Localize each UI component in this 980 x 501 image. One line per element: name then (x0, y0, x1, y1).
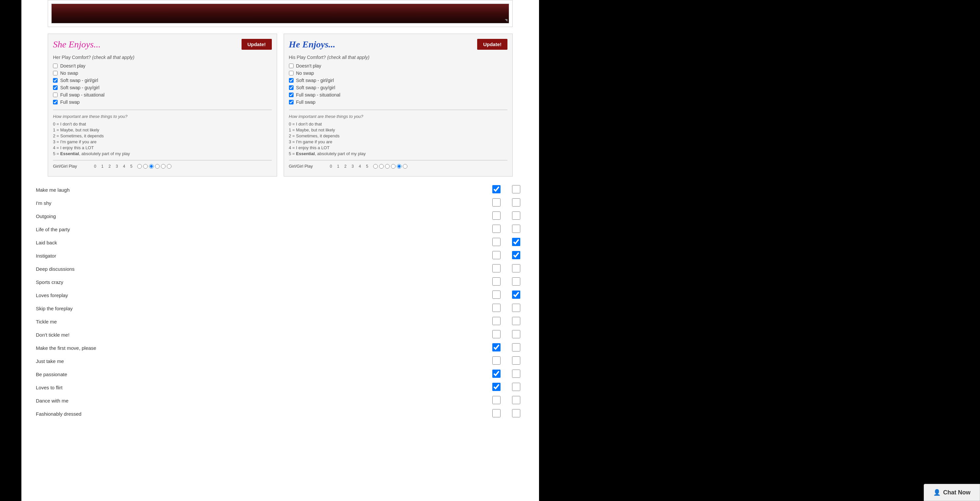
he-divider (289, 110, 508, 110)
him-trait-checkbox-11[interactable] (512, 330, 520, 338)
her-trait-checkbox-10[interactable] (492, 317, 501, 325)
she-soft-swap-guy-checkbox[interactable] (53, 85, 57, 90)
banner-triangle (505, 19, 508, 22)
table-row: Instigator (35, 249, 526, 262)
trait-name-cell: I'm shy (35, 196, 486, 209)
him-checkbox-col (506, 315, 526, 328)
list-item: 5 = Essential, absolutely part of my pla… (289, 151, 508, 156)
he-play-comfort-label: His Play Comfort? (check all that apply) (289, 55, 508, 60)
he-full-swap-checkbox[interactable] (289, 100, 294, 104)
her-checkbox-col (486, 183, 506, 196)
him-trait-checkbox-12[interactable] (512, 343, 520, 351)
right-sidebar (539, 0, 980, 501)
her-trait-checkbox-1[interactable] (492, 198, 501, 206)
she-full-swap-checkbox[interactable] (53, 100, 57, 104)
him-trait-checkbox-7[interactable] (512, 278, 520, 286)
she-doesnt-play-checkbox[interactable] (53, 64, 57, 68)
her-trait-checkbox-9[interactable] (492, 304, 501, 312)
she-gg-radio-0[interactable] (137, 164, 142, 169)
her-trait-checkbox-3[interactable] (492, 225, 501, 233)
table-row: Outgoing (35, 209, 526, 223)
he-full-swap-sit-checkbox[interactable] (289, 93, 294, 97)
trait-name-cell: Loves to flirt (35, 381, 486, 394)
him-checkbox-col (506, 407, 526, 420)
she-gg-radio-5[interactable] (167, 164, 172, 169)
him-trait-checkbox-5[interactable] (512, 251, 520, 259)
her-trait-checkbox-17[interactable] (492, 409, 501, 417)
her-trait-checkbox-0[interactable] (492, 185, 501, 193)
him-trait-checkbox-2[interactable] (512, 211, 520, 220)
he-gg-radio-1[interactable] (379, 164, 384, 169)
rating-num-4: 4 (121, 164, 127, 169)
he-doesnt-play-checkbox[interactable] (289, 64, 294, 68)
her-trait-checkbox-12[interactable] (492, 343, 501, 351)
he-gg-radio-2[interactable] (385, 164, 390, 169)
her-trait-checkbox-7[interactable] (492, 278, 501, 286)
her-trait-checkbox-8[interactable] (492, 290, 501, 299)
she-gg-radio-1[interactable] (143, 164, 148, 169)
he-soft-swap-guy-checkbox[interactable] (289, 85, 294, 90)
him-trait-checkbox-4[interactable] (512, 238, 520, 246)
trait-name-cell: Deep discussions (35, 262, 486, 275)
him-trait-checkbox-13[interactable] (512, 356, 520, 365)
he-soft-swap-gg-checkbox[interactable] (289, 78, 294, 83)
her-checkbox-col (486, 328, 506, 341)
list-item: Full swap (53, 99, 272, 105)
list-item: Full swap (289, 99, 508, 105)
table-row: Just take me (35, 354, 526, 368)
him-trait-checkbox-0[interactable] (512, 185, 520, 193)
her-trait-checkbox-16[interactable] (492, 396, 501, 404)
he-checkbox-list: Doesn't play No swap Soft swap - girl/gi… (289, 63, 508, 105)
him-trait-checkbox-9[interactable] (512, 304, 520, 312)
her-trait-checkbox-14[interactable] (492, 370, 501, 378)
he-enjoys-update-button[interactable]: Update! (477, 39, 508, 50)
she-enjoys-update-button[interactable]: Update! (242, 39, 272, 50)
she-gg-radio-2[interactable] (149, 164, 154, 169)
him-trait-checkbox-8[interactable] (512, 290, 520, 299)
table-row: Loves to flirt (35, 381, 526, 394)
trait-name-cell: Sports crazy (35, 275, 486, 289)
list-item: 0 = I don't do that (289, 121, 508, 126)
her-trait-checkbox-5[interactable] (492, 251, 501, 259)
table-row: Skip the foreplay (35, 302, 526, 315)
her-trait-checkbox-2[interactable] (492, 211, 501, 220)
list-item: 0 = I don't do that (53, 121, 272, 126)
rating-num-2: 2 (106, 164, 113, 169)
him-trait-checkbox-10[interactable] (512, 317, 520, 325)
he-gg-radio-5[interactable] (403, 164, 407, 169)
he-no-swap-checkbox[interactable] (289, 71, 294, 75)
him-checkbox-col (506, 183, 526, 196)
he-gg-radio-0[interactable] (373, 164, 378, 169)
she-importance-label: How important are these things to you? (53, 114, 272, 119)
table-row: I'm shy (35, 196, 526, 209)
list-item: Soft swap - guy/girl (289, 85, 508, 90)
he-gg-radio-4[interactable] (397, 164, 401, 169)
her-trait-checkbox-15[interactable] (492, 383, 501, 391)
he-gg-radio-3[interactable] (391, 164, 396, 169)
him-trait-checkbox-3[interactable] (512, 225, 520, 233)
him-checkbox-col (506, 354, 526, 368)
her-trait-checkbox-13[interactable] (492, 356, 501, 365)
she-no-swap-checkbox[interactable] (53, 71, 57, 75)
him-trait-checkbox-6[interactable] (512, 264, 520, 273)
chat-now-button[interactable]: 👤 Chat Now (924, 484, 980, 501)
rating-num-4: 4 (357, 164, 363, 169)
rating-num-1: 1 (99, 164, 106, 169)
her-trait-checkbox-6[interactable] (492, 264, 501, 273)
she-full-swap-sit-checkbox[interactable] (53, 93, 57, 97)
him-trait-checkbox-17[interactable] (512, 409, 520, 417)
him-trait-checkbox-16[interactable] (512, 396, 520, 404)
her-checkbox-col (486, 262, 506, 275)
she-gg-radio-3[interactable] (155, 164, 160, 169)
she-soft-swap-gg-checkbox[interactable] (53, 78, 57, 83)
she-gg-radio-4[interactable] (161, 164, 165, 169)
him-checkbox-col (506, 368, 526, 381)
she-enjoys-title: She Enjoys... (53, 39, 101, 50)
him-trait-checkbox-1[interactable] (512, 198, 520, 206)
left-sidebar (0, 0, 21, 501)
him-trait-checkbox-14[interactable] (512, 370, 520, 378)
her-trait-checkbox-11[interactable] (492, 330, 501, 338)
him-trait-checkbox-15[interactable] (512, 383, 520, 391)
her-trait-checkbox-4[interactable] (492, 238, 501, 246)
him-checkbox-col (506, 196, 526, 209)
